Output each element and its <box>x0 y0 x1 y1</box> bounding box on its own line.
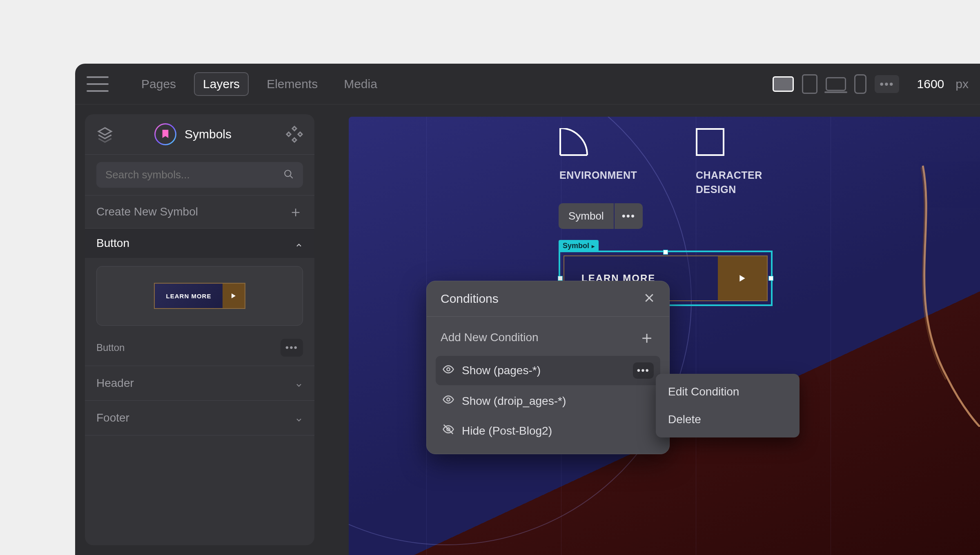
add-condition-label: Add New Condition <box>441 331 539 344</box>
square-icon <box>696 128 724 156</box>
chevron-down-icon <box>295 379 303 387</box>
condition-row[interactable]: Show (droip_ages-*) <box>436 387 660 415</box>
app-window: Pages Layers Elements Media ••• 1600 px <box>75 64 980 555</box>
device-desktop-icon[interactable] <box>773 76 794 92</box>
panel-header: Symbols <box>85 114 314 155</box>
components-icon[interactable] <box>286 126 303 143</box>
device-phone-icon[interactable] <box>854 74 866 94</box>
footer-group[interactable]: Footer <box>85 401 314 435</box>
condition-label: Show (droip_ages-*) <box>462 395 566 408</box>
tab-elements[interactable]: Elements <box>258 73 326 95</box>
footer-group-label: Footer <box>96 411 129 424</box>
category-character: CHARACTER DESIGN <box>696 128 762 197</box>
category-label: CHARACTER DESIGN <box>696 168 762 197</box>
top-tabs: Pages Layers Elements Media <box>133 72 385 96</box>
eye-icon <box>442 393 454 408</box>
svg-rect-1 <box>287 132 291 136</box>
device-more-icon[interactable]: ••• <box>875 75 899 93</box>
tab-layers[interactable]: Layers <box>194 72 249 96</box>
category-label: ENVIRONMENT <box>559 168 637 182</box>
symbol-item[interactable]: Button ••• <box>85 334 314 366</box>
condition-row[interactable]: Hide (Post-Blog2) <box>436 417 660 445</box>
quarter-circle-icon <box>559 128 588 156</box>
device-laptop-icon[interactable] <box>826 77 846 91</box>
chevron-up-icon <box>295 239 303 247</box>
search-field[interactable] <box>105 169 283 181</box>
plus-icon: ＋ <box>288 204 303 219</box>
conditions-popover: Conditions Add New Condition ＋ Show (pag… <box>426 281 670 454</box>
svg-rect-5 <box>697 129 724 155</box>
chevron-right-icon: ▸ <box>592 243 595 249</box>
symbol-group-label: Button <box>96 237 129 250</box>
grid-line <box>831 117 831 555</box>
viewport-width[interactable]: 1600 <box>917 77 944 91</box>
popover-header: Conditions <box>427 281 669 317</box>
chevron-down-icon <box>295 414 303 422</box>
device-switcher: ••• <box>773 74 899 94</box>
create-symbol-button[interactable]: Create New Symbol ＋ <box>85 195 314 229</box>
tab-pages[interactable]: Pages <box>133 73 184 95</box>
condition-row[interactable]: Show (pages-*) ••• <box>436 356 660 385</box>
plus-icon: ＋ <box>638 329 655 346</box>
tab-media[interactable]: Media <box>336 73 385 95</box>
svg-rect-2 <box>298 132 302 136</box>
add-condition-button[interactable]: Add New Condition ＋ <box>427 317 669 354</box>
symbol-item-label: Button <box>96 342 125 353</box>
context-menu: Edit Condition Delete <box>656 374 800 437</box>
element-chip[interactable]: Symbol ••• <box>559 203 643 229</box>
search-icon <box>283 169 294 181</box>
sidebar: Symbols Create New Symbol ＋ <box>75 104 324 555</box>
search-wrap <box>85 155 314 195</box>
condition-label: Hide (Post-Blog2) <box>462 424 552 437</box>
device-tablet-icon[interactable] <box>802 74 817 94</box>
edit-condition-item[interactable]: Edit Condition <box>656 378 800 406</box>
header-group[interactable]: Header <box>85 366 314 401</box>
category-environment: ENVIRONMENT <box>559 128 637 182</box>
play-icon <box>223 284 245 308</box>
delete-item[interactable]: Delete <box>656 406 800 433</box>
selection-tag-label: Symbol <box>563 242 589 250</box>
header-group-label: Header <box>96 377 134 390</box>
play-icon <box>718 256 767 300</box>
menu-icon[interactable] <box>87 76 109 92</box>
symbol-preview[interactable]: LEARN MORE <box>96 266 303 326</box>
symbol-group-button[interactable]: Button <box>85 229 314 258</box>
canvas[interactable]: ENVIRONMENT CHARACTER DESIGN Symbol ••• <box>324 104 980 555</box>
resize-handle[interactable] <box>663 250 668 255</box>
element-chip-more-icon[interactable]: ••• <box>615 203 643 229</box>
svg-point-7 <box>447 398 450 401</box>
popover-title: Conditions <box>441 292 499 306</box>
search-input[interactable] <box>96 162 303 188</box>
topbar: Pages Layers Elements Media ••• 1600 px <box>75 64 980 104</box>
symbol-item-more-icon[interactable]: ••• <box>281 339 303 357</box>
viewport-unit: px <box>956 77 969 91</box>
decorative-wire <box>898 149 980 427</box>
eye-off-icon <box>442 423 454 438</box>
symbols-panel: Symbols Create New Symbol ＋ <box>85 114 314 545</box>
create-symbol-label: Create New Symbol <box>96 205 198 218</box>
preview-button-label: LEARN MORE <box>155 293 223 300</box>
svg-rect-3 <box>292 138 296 142</box>
resize-handle[interactable] <box>768 276 773 281</box>
condition-label: Show (pages-*) <box>462 364 541 377</box>
panel-title: Symbols <box>185 127 232 141</box>
svg-point-6 <box>447 368 450 371</box>
element-chip-label: Symbol <box>559 203 614 229</box>
preview-button: LEARN MORE <box>154 283 246 309</box>
layers-icon[interactable] <box>96 126 114 143</box>
topbar-right: ••• 1600 px <box>773 74 969 94</box>
condition-more-icon[interactable]: ••• <box>633 362 654 379</box>
svg-rect-0 <box>292 127 296 131</box>
symbols-icon[interactable] <box>154 123 176 145</box>
selection-tag[interactable]: Symbol ▸ <box>559 240 599 252</box>
eye-icon <box>442 363 454 378</box>
close-icon[interactable] <box>643 292 655 306</box>
resize-handle[interactable] <box>558 276 563 281</box>
svg-point-4 <box>285 170 291 176</box>
